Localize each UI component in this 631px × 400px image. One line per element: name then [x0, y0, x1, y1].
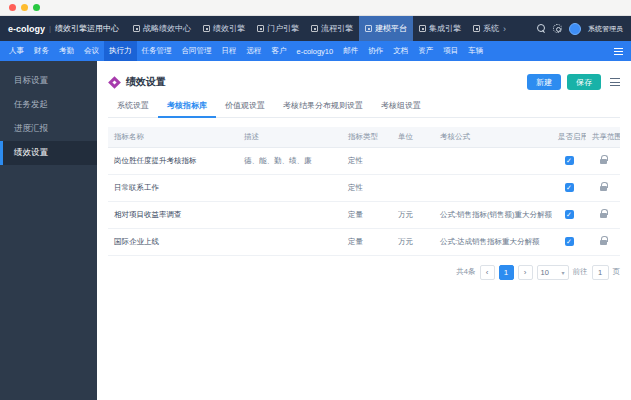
module-item-vehicle[interactable]: 车辆 — [463, 41, 488, 61]
indicator-name: 国际企业上线 — [108, 228, 238, 255]
tab-system-settings[interactable]: 系统设置 — [108, 100, 158, 117]
module-label: 资产 — [418, 46, 433, 56]
module-label: 协作 — [368, 46, 383, 56]
lock-icon — [600, 186, 607, 191]
enabled-checkbox[interactable] — [565, 210, 574, 219]
prev-page-button[interactable]: ‹ — [480, 265, 495, 280]
table-row[interactable]: 岗位胜任度提升考核指标 德、能、勤、绩、廉 定性 — [108, 147, 620, 174]
enabled-cell — [552, 174, 586, 201]
module-item-customer[interactable]: 客户 — [267, 41, 292, 61]
enabled-cell — [552, 201, 586, 228]
table-row[interactable]: 日常联系工作 定性 — [108, 174, 620, 201]
module-item-hr[interactable]: 人事 — [4, 41, 29, 61]
hamburger-menu-icon[interactable] — [614, 48, 623, 55]
module-item-document[interactable]: 文档 — [388, 41, 413, 61]
col-header-unit: 单位 — [392, 127, 434, 147]
tab-result-distribution-rules[interactable]: 考核结果分布规则设置 — [274, 100, 372, 117]
sidebar-item-label: 目标设置 — [14, 75, 48, 87]
module-label: 日程 — [222, 46, 237, 56]
pagination: 共4条 ‹ 1 › 10 ▾ 前往 页 — [108, 265, 620, 280]
new-button[interactable]: 新建 — [527, 74, 561, 90]
sidebar-item-task-launch[interactable]: 任务发起 — [0, 93, 97, 117]
module-navbar: 人事 财务 考勤 会议 执行力 任务管理 合同管理 日程 远程 客户 e-col… — [0, 41, 631, 61]
zoom-window-button[interactable] — [33, 4, 40, 11]
page-size-value: 10 — [541, 268, 549, 277]
indicator-desc — [238, 201, 342, 228]
module-item-collab[interactable]: 协作 — [363, 41, 388, 61]
module-item-meeting[interactable]: 会议 — [79, 41, 104, 61]
topnav-item-system[interactable]: 系统 › — [467, 16, 512, 41]
module-item-contract[interactable]: 合同管理 — [177, 41, 217, 61]
module-item-attendance[interactable]: 考勤 — [54, 41, 79, 61]
topnav-item-integration-engine[interactable]: 集成引擎 — [413, 16, 467, 41]
share-cell — [586, 228, 620, 255]
sidebar: 目标设置 任务发起 进度汇报 绩效设置 — [0, 61, 97, 400]
module-label: 项目 — [443, 46, 458, 56]
list-view-icon[interactable] — [610, 78, 620, 86]
indicator-unit: 万元 — [392, 201, 434, 228]
main-content: 绩效设置 新建 保存 系统设置 考核指标库 价值观设置 考核结果分布规则设置 考… — [97, 61, 631, 400]
tab-indicator-library[interactable]: 考核指标库 — [158, 100, 216, 118]
module-item-project[interactable]: 项目 — [438, 41, 463, 61]
tab-assessment-group[interactable]: 考核组设置 — [372, 100, 430, 117]
page-size-select[interactable]: 10 ▾ — [537, 265, 569, 280]
sidebar-item-label: 任务发起 — [14, 99, 48, 111]
col-header-enabled: 是否启用 — [552, 127, 586, 147]
app-title: 绩效引擎运用中心 — [55, 23, 119, 34]
module-item-schedule[interactable]: 日程 — [217, 41, 242, 61]
module-item-task[interactable]: 任务管理 — [137, 41, 177, 61]
topnav-item-portal-engine[interactable]: 门户引擎 — [251, 16, 305, 41]
indicator-formula — [434, 147, 552, 174]
module-item-asset[interactable]: 资产 — [413, 41, 438, 61]
col-header-desc: 描述 — [238, 127, 342, 147]
minimize-window-button[interactable] — [21, 4, 28, 11]
indicator-table: 指标名称 描述 指标类型 单位 考核公式 是否启用 共享范围 岗位胜任度提升考核… — [108, 127, 620, 256]
indicator-type: 定性 — [342, 147, 392, 174]
sidebar-item-performance-setting[interactable]: 绩效设置 — [0, 141, 97, 165]
table-row[interactable]: 相对项目收益率调查 定量 万元 公式:销售指标(销售额)重大分解额 — [108, 201, 620, 228]
close-window-button[interactable] — [9, 4, 16, 11]
content-header: 绩效设置 新建 保存 — [108, 74, 620, 90]
tab-values-setting[interactable]: 价值观设置 — [216, 100, 274, 117]
save-button[interactable]: 保存 — [567, 74, 601, 90]
brand-divider: | — [49, 24, 51, 33]
topnav-item-performance-engine[interactable]: 绩效引擎 — [197, 16, 251, 41]
topnav-item-strategy-performance[interactable]: 战略绩效中心 — [127, 16, 197, 41]
sidebar-item-goal-setting[interactable]: 目标设置 — [0, 69, 97, 93]
next-page-button[interactable]: › — [518, 265, 533, 280]
indicator-name: 岗位胜任度提升考核指标 — [108, 147, 238, 174]
module-item-execution[interactable]: 执行力 — [104, 41, 137, 61]
grid-icon — [311, 25, 318, 32]
gear-icon[interactable] — [553, 24, 562, 33]
lock-icon — [600, 240, 607, 245]
table-row[interactable]: 国际企业上线 定量 万元 公式:达成销售指标重大分解额 — [108, 228, 620, 255]
module-label: 客户 — [272, 46, 287, 56]
app-window: e-cology | 绩效引擎运用中心 战略绩效中心 绩效引擎 门户引擎 流程引… — [0, 0, 631, 400]
module-item-ecology10[interactable]: e-cology10 — [292, 41, 339, 61]
avatar[interactable] — [569, 23, 581, 35]
enabled-checkbox[interactable] — [565, 156, 574, 165]
search-icon[interactable] — [537, 24, 546, 33]
module-item-remote[interactable]: 远程 — [242, 41, 267, 61]
module-item-mail[interactable]: 邮件 — [338, 41, 363, 61]
topnav-item-workflow-engine[interactable]: 流程引擎 — [305, 16, 359, 41]
module-label: 会议 — [84, 46, 99, 56]
indicator-desc — [238, 174, 342, 201]
gear-grid-icon — [473, 25, 480, 32]
col-header-type: 指标类型 — [342, 127, 392, 147]
sidebar-item-label: 绩效设置 — [14, 147, 48, 159]
topnav-item-modeling-platform[interactable]: 建模平台 — [359, 16, 413, 41]
share-cell — [586, 174, 620, 201]
header-actions: 新建 保存 — [527, 74, 620, 90]
module-item-finance[interactable]: 财务 — [29, 41, 54, 61]
module-label: 合同管理 — [182, 46, 212, 56]
enabled-checkbox[interactable] — [565, 237, 574, 246]
module-label: 任务管理 — [142, 46, 172, 56]
user-name[interactable]: 系统管理员 — [588, 24, 623, 34]
indicator-unit — [392, 147, 434, 174]
enabled-checkbox[interactable] — [565, 183, 574, 192]
indicator-unit: 万元 — [392, 228, 434, 255]
sidebar-item-progress-report[interactable]: 进度汇报 — [0, 117, 97, 141]
goto-page-input[interactable] — [592, 265, 609, 280]
page-number-button[interactable]: 1 — [499, 265, 514, 280]
